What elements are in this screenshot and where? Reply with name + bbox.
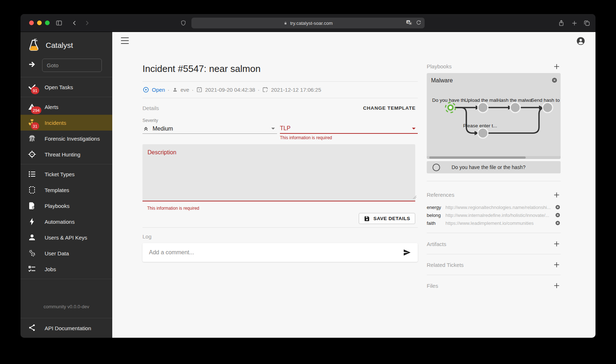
translate-icon[interactable]: Aa [406,19,413,26]
sidebar-item-label: API Documentation [45,325,91,331]
reference-link[interactable]: https://www.leadimplement.io/communities [445,220,552,226]
divider [21,164,112,164]
remove-reference-button[interactable] [555,220,561,226]
save-icon [364,215,370,222]
node-label: Hash the malwa. [497,97,534,103]
sidebar-item-incidents[interactable]: 31 Incidents [21,115,112,131]
change-template-button[interactable]: CHANGE TEMPLATE [361,104,418,112]
sidebar-item-automations[interactable]: Automations [21,214,112,229]
remove-playbook-button[interactable] [551,77,558,83]
sidebar-item-label: Ticket Types [45,171,74,177]
scrollbar-thumb[interactable] [429,156,526,159]
status-state[interactable]: Open [152,87,165,93]
send-comment-button[interactable] [402,247,412,258]
severity-value: Medium [153,126,173,132]
divider [427,181,561,181]
chevron-down-icon [412,128,416,129]
sidebar-item-alerts[interactable]: 294 Alerts [21,99,112,115]
crosshair-icon [28,150,36,159]
node-label: Upload the mal... [465,97,501,103]
task-checkbox[interactable] [432,164,440,171]
references-heading: References [427,192,454,198]
sidebar-item-open-tasks[interactable]: 91 Open Tasks [21,79,112,95]
sidebar-item-users-api-keys[interactable]: Users & API Keys [21,229,112,245]
task-node[interactable] [478,128,488,138]
forward-icon[interactable] [83,19,91,27]
sidebar-item-ticket-types[interactable]: Ticket Types [21,166,112,182]
remove-reference-button[interactable] [555,204,561,210]
task-label: Do you have the file or the hash? [452,164,525,170]
sidebar-item-label: Jobs [45,266,56,272]
task-node[interactable] [543,103,553,113]
sidebar-item-jobs[interactable]: Jobs [21,261,112,277]
main-content: Incident #5547: near salmon Open · eve ·… [112,32,595,338]
sidebar-item-label: Forensic Investigations [45,136,100,142]
reference-link[interactable]: http://www.internalredefine.info/holisti… [445,213,552,218]
minimize-window-button[interactable] [37,21,42,25]
playbook-graph[interactable]: Do you have th... Upload the mal... Hash… [427,86,561,153]
add-related-ticket-button[interactable] [553,261,561,269]
reload-icon[interactable] [416,20,422,26]
warning-icon: 294 [28,103,36,111]
tab-overview-icon[interactable] [583,19,591,27]
sidebar-toggle-icon[interactable] [55,19,63,27]
sidebar-item-playbooks[interactable]: Playbooks [21,198,112,214]
divider [21,77,112,77]
fingerprint-icon [28,134,36,143]
url-text: try.catalyst-soar.com [290,21,332,26]
account-avatar-icon[interactable] [576,36,585,46]
address-bar[interactable]: try.catalyst-soar.com Aa [191,18,425,28]
close-window-button[interactable] [29,21,34,25]
severity-select[interactable]: Medium [142,124,277,134]
divider [142,81,418,82]
sidebar-item-label: Threat Hunting [45,151,80,158]
node-label: Please enter t... [463,123,497,128]
node-label: Do you have th... [432,97,469,103]
checklist-icon [28,265,36,273]
sidebar-item-forensic-investigations[interactable]: Forensic Investigations [21,131,112,146]
node-label: Send hash to V [531,97,561,103]
add-reference-button[interactable] [553,191,561,199]
sidebar-item-threat-hunting[interactable]: Threat Hunting [21,146,112,162]
sidebar-item-label: Open Tasks [45,84,73,90]
browser-toolbar: try.catalyst-soar.com Aa [21,14,595,32]
comment-input[interactable] [148,249,398,256]
task-node[interactable] [510,103,520,113]
playbook-task-row[interactable]: Do you have the file or the hash? [427,161,561,173]
divider [427,233,561,233]
divider [427,275,561,275]
playbook-title: Malware [431,77,453,84]
playbooks-heading: Playbooks [427,63,452,69]
task-node[interactable] [478,103,488,113]
menu-icon[interactable] [121,37,129,44]
description-textarea[interactable] [142,144,415,201]
resize-handle-icon[interactable] [413,194,417,201]
maximize-window-button[interactable] [45,21,50,25]
radiation-icon: 31 [28,118,36,127]
add-playbook-button[interactable] [553,63,561,70]
sidebar-item-api-documentation[interactable]: API Documentation [21,318,112,338]
save-details-button[interactable]: SAVE DETAILS [359,213,415,224]
start-node[interactable] [445,103,456,113]
tlp-select[interactable]: TLP [280,124,418,134]
goto-input[interactable] [42,59,102,72]
reference-link[interactable]: http://www.regionaltechnologies.name/rel… [445,205,552,210]
back-icon[interactable] [71,19,78,27]
reference-name: energy [427,205,445,210]
remove-reference-button[interactable] [555,212,561,218]
person-icon [28,233,36,242]
sidebar-item-user-data[interactable]: User Data [21,245,112,261]
sidebar-item-templates[interactable]: Templates [21,182,112,198]
reference-row: belong http://www.internalredefine.info/… [427,211,561,219]
brand[interactable]: Catalyst [21,32,112,55]
privacy-shield-icon[interactable] [179,19,187,27]
sidebar-item-label: Users & API Keys [45,235,87,241]
open-status-icon[interactable] [142,86,149,93]
share-icon[interactable] [557,19,565,27]
add-file-button[interactable] [553,282,561,290]
sidebar-item-label: Playbooks [45,203,69,209]
new-tab-icon[interactable] [570,19,578,27]
lightning-icon [28,217,36,226]
add-artifact-button[interactable] [553,240,561,248]
artifacts-heading: Artifacts [427,241,446,247]
